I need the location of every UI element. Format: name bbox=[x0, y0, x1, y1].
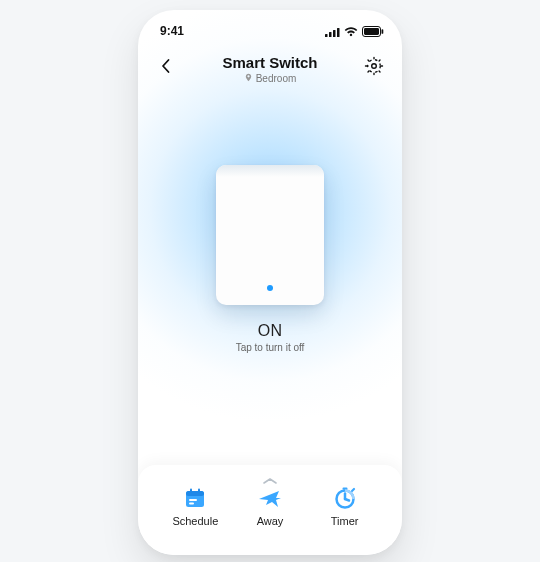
status-indicators bbox=[325, 26, 384, 37]
signal-icon bbox=[325, 27, 340, 37]
svg-rect-0 bbox=[325, 34, 328, 37]
power-switch[interactable] bbox=[216, 165, 324, 305]
airplane-icon bbox=[256, 485, 284, 511]
location-row: Bedroom bbox=[138, 73, 402, 84]
svg-rect-11 bbox=[190, 489, 192, 493]
state-block: ON Tap to turn it off bbox=[138, 322, 402, 353]
svg-rect-2 bbox=[333, 30, 336, 37]
svg-rect-13 bbox=[189, 499, 197, 501]
svg-rect-1 bbox=[329, 32, 332, 37]
back-button[interactable] bbox=[156, 56, 176, 76]
away-label: Away bbox=[257, 515, 284, 527]
svg-point-8 bbox=[368, 60, 381, 73]
timer-button[interactable]: Timer bbox=[310, 485, 380, 527]
state-label: ON bbox=[138, 322, 402, 340]
svg-rect-3 bbox=[337, 28, 340, 37]
svg-rect-10 bbox=[186, 491, 204, 496]
switch-highlight bbox=[216, 165, 324, 177]
status-time: 9:41 bbox=[160, 24, 184, 38]
status-bar: 9:41 bbox=[138, 24, 402, 42]
svg-rect-6 bbox=[382, 29, 384, 34]
battery-icon bbox=[362, 26, 384, 37]
wifi-icon bbox=[344, 27, 358, 37]
state-hint: Tap to turn it off bbox=[138, 342, 402, 353]
timer-label: Timer bbox=[331, 515, 359, 527]
svg-point-7 bbox=[372, 64, 377, 69]
svg-rect-12 bbox=[198, 489, 200, 493]
header: Smart Switch Bedroom bbox=[138, 54, 402, 84]
timer-icon bbox=[332, 485, 358, 511]
schedule-label: Schedule bbox=[172, 515, 218, 527]
page-title: Smart Switch bbox=[138, 54, 402, 71]
settings-button[interactable] bbox=[364, 56, 384, 76]
chevron-up-icon[interactable] bbox=[262, 471, 278, 479]
phone-frame: 9:41 Smart Switch bbox=[138, 10, 402, 555]
schedule-button[interactable]: Schedule bbox=[160, 485, 230, 527]
svg-rect-5 bbox=[364, 28, 379, 35]
svg-rect-14 bbox=[189, 503, 194, 505]
indicator-dot bbox=[267, 285, 273, 291]
location-icon bbox=[244, 73, 253, 84]
location-label: Bedroom bbox=[256, 73, 297, 84]
bottom-bar: Schedule Away Timer bbox=[138, 465, 402, 555]
away-button[interactable]: Away bbox=[235, 485, 305, 527]
calendar-icon bbox=[182, 485, 208, 511]
